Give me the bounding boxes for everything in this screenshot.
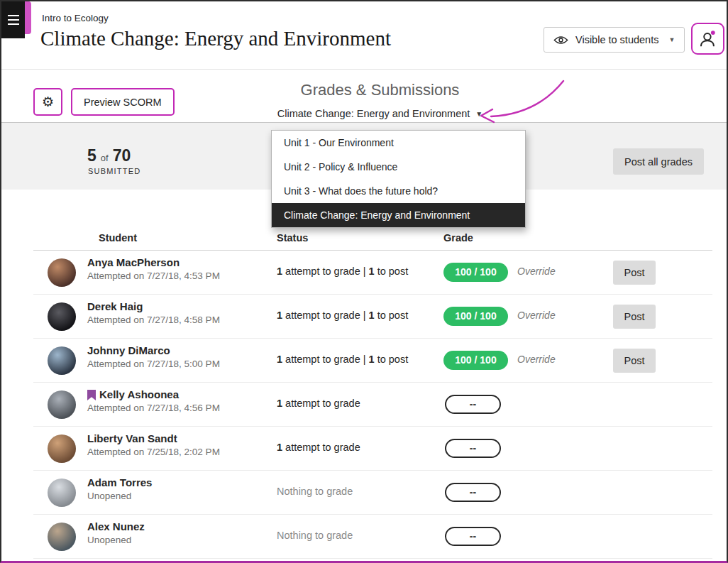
attempt-date: Attempted on 7/27/18, 4:58 PM: [87, 315, 220, 325]
chevron-down-icon: ▼: [668, 36, 675, 43]
student-name: Kelly Ashoonea: [99, 388, 179, 400]
class-conversations-button[interactable]: [691, 23, 724, 55]
person-notification-icon: [698, 29, 717, 48]
course-name: Intro to Ecology: [42, 13, 109, 23]
grade-pill-empty[interactable]: --: [445, 527, 501, 546]
attempt-date: Attempted on 7/27/18, 5:00 PM: [87, 359, 220, 369]
dropdown-item-unit1[interactable]: Unit 1 - Our Environment: [272, 131, 525, 155]
grade-pill-empty[interactable]: --: [445, 439, 501, 458]
attempt-date: Unopened: [87, 535, 131, 545]
post-button[interactable]: Post: [613, 261, 656, 285]
grade-pill[interactable]: 100 / 100: [443, 263, 508, 282]
student-name: Adam Torres: [87, 476, 152, 488]
table-row: Anya MacPherson Attempted on 7/27/18, 4:…: [33, 251, 712, 295]
visibility-dropdown-button[interactable]: Visible to students ▼: [544, 27, 685, 53]
student-name: Anya MacPherson: [87, 256, 180, 268]
status-text: 1 attempt to grade: [277, 398, 360, 409]
post-all-grades-button[interactable]: Post all grades: [613, 148, 704, 175]
avatar: [48, 258, 76, 287]
status-text: Nothing to grade: [277, 530, 353, 541]
avatar: [48, 346, 76, 375]
grade-pill[interactable]: 100 / 100: [443, 351, 508, 370]
student-name: Johnny DiMarco: [87, 344, 170, 356]
student-name: Derek Haig: [87, 300, 143, 312]
table-row: Johnny DiMarco Attempted on 7/27/18, 5:0…: [33, 339, 712, 383]
column-header-status: Status: [277, 232, 308, 244]
status-text: 1 attempt to grade | 1 to post: [277, 354, 408, 365]
post-button[interactable]: Post: [613, 349, 656, 373]
status-text: Nothing to grade: [277, 486, 353, 497]
override-field[interactable]: Override: [517, 310, 556, 321]
flag-icon: [87, 390, 96, 400]
hamburger-icon: [8, 15, 19, 16]
student-list: Anya MacPherson Attempted on 7/27/18, 4:…: [33, 251, 712, 559]
avatar: [48, 479, 76, 507]
override-field[interactable]: Override: [517, 266, 556, 277]
attempt-date: Attempted on 7/27/18, 4:53 PM: [87, 270, 220, 281]
item-selector-label: Climate Change: Energy and Environment: [277, 108, 470, 119]
student-name: Alex Nunez: [87, 520, 145, 532]
attempt-date: Attempted on 7/27/18, 4:56 PM: [87, 403, 220, 413]
item-dropdown-menu: Unit 1 - Our Environment Unit 2 - Policy…: [271, 130, 526, 228]
dropdown-item-selected[interactable]: Climate Change: Energy and Environment: [272, 203, 525, 227]
panel-title: Grades & Submissions: [33, 81, 727, 99]
status-text: 1 attempt to grade | 1 to post: [277, 266, 408, 277]
column-header-grade: Grade: [443, 232, 473, 244]
grade-pill[interactable]: 100 / 100: [443, 307, 508, 326]
dropdown-item-unit3[interactable]: Unit 3 - What does the future hold?: [272, 179, 525, 203]
table-row: Kelly Ashoonea Attempted on 7/27/18, 4:5…: [33, 383, 712, 427]
status-text: 1 attempt to grade | 1 to post: [277, 310, 408, 321]
table-row: Adam Torres Unopened Nothing to grade --: [33, 471, 712, 515]
page-title: Climate Change: Energy and Environment: [40, 27, 391, 50]
grades-panel: × Intro to Ecology Climate Change: Energ…: [0, 0, 728, 563]
eye-icon: [553, 35, 568, 45]
header-divider: [1, 69, 727, 70]
submitted-count: 5 of 70: [87, 146, 131, 165]
avatar: [48, 302, 76, 331]
visibility-label: Visible to students: [575, 34, 658, 45]
submitted-label: SUBMITTED: [88, 167, 140, 175]
column-header-student: Student: [99, 232, 137, 244]
post-button[interactable]: Post: [613, 305, 656, 329]
override-field[interactable]: Override: [517, 354, 556, 365]
avatar: [48, 523, 76, 551]
avatar: [48, 390, 76, 419]
status-text: 1 attempt to grade: [277, 442, 360, 453]
grade-pill-empty[interactable]: --: [445, 483, 501, 502]
dropdown-item-unit2[interactable]: Unit 2 - Policy & Influence: [272, 155, 525, 179]
grade-pill-empty[interactable]: --: [445, 395, 501, 414]
table-row: Derek Haig Attempted on 7/27/18, 4:58 PM…: [33, 295, 712, 339]
student-name: Liberty Van Sandt: [87, 432, 177, 444]
attempt-date: Unopened: [87, 491, 131, 501]
item-selector-dropdown[interactable]: Climate Change: Energy and Environment ▼: [277, 108, 483, 119]
hamburger-menu-button[interactable]: [1, 1, 25, 38]
table-row: Alex Nunez Unopened Nothing to grade --: [33, 515, 712, 559]
chevron-down-icon: ▼: [475, 110, 482, 118]
avatar: [48, 434, 76, 463]
table-row: Liberty Van Sandt Attempted on 7/25/18, …: [33, 427, 712, 471]
attempt-date: Attempted on 7/25/18, 2:02 PM: [87, 447, 220, 457]
